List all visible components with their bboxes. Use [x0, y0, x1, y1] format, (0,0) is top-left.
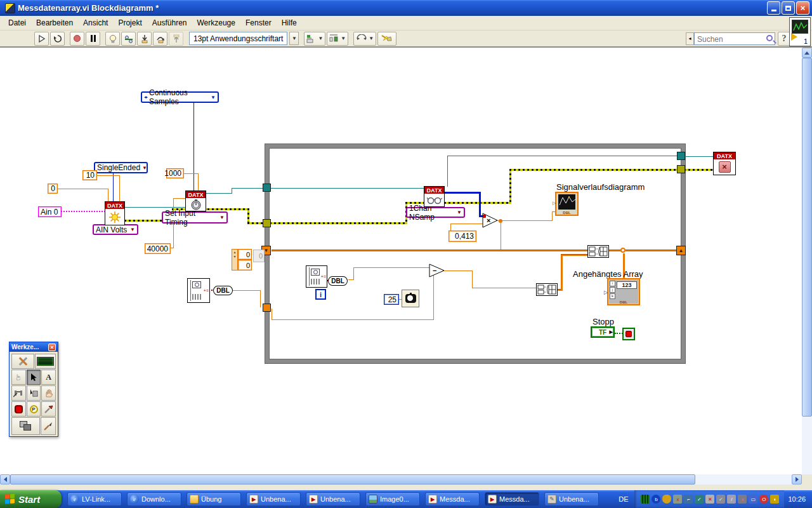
string-constant-ain0[interactable]: Ain 0	[38, 206, 62, 217]
loop-tunnel[interactable]	[677, 165, 685, 173]
distribute-objects-dropdown[interactable]: ▼	[327, 32, 348, 46]
tool-probe[interactable]: P	[27, 401, 41, 417]
datx-close-node[interactable]: DATX ×	[713, 152, 736, 175]
tray-security-shield-icon[interactable]	[662, 495, 671, 504]
constant-0[interactable]: 0	[48, 184, 58, 194]
scroll-left-button[interactable]	[0, 474, 10, 485]
taskbar-task-lvlink[interactable]: eLV-Link...	[67, 492, 122, 506]
menu-ansicht[interactable]: Ansicht	[79, 17, 112, 29]
dropdown-arrow-icon[interactable]: ▼	[142, 165, 147, 171]
vertical-scroll-thumb[interactable]	[802, 58, 812, 417]
cleanup-diagram-button[interactable]	[377, 32, 396, 46]
font-selector[interactable]: 13pt Anwendungsschriftart	[189, 32, 287, 45]
step-into-button[interactable]	[137, 32, 152, 46]
tool-object-menu[interactable]	[27, 385, 41, 401]
subtract-node[interactable]: −	[429, 264, 445, 277]
loop-tunnel[interactable]	[263, 184, 271, 192]
horizontal-scrollbar[interactable]	[0, 474, 802, 485]
tool-position-select[interactable]	[27, 370, 41, 385]
menu-projekt[interactable]: Projekt	[114, 17, 146, 29]
menu-fenster[interactable]: Fenster	[241, 17, 276, 29]
highlight-execution-button[interactable]	[105, 32, 120, 46]
run-button[interactable]	[34, 32, 49, 46]
constant-25[interactable]: 25	[384, 294, 399, 305]
step-over-button[interactable]	[153, 32, 167, 46]
constant-1000[interactable]: 1000	[166, 168, 184, 178]
tray-display-adapter-icon[interactable]: ▭	[749, 495, 757, 504]
datx-open-node[interactable]: DATX	[105, 201, 125, 225]
taskbar-task-messdaten2-active[interactable]: ▶Messda...	[485, 492, 539, 506]
loop-tunnel[interactable]	[263, 304, 271, 312]
enum-continuous-samples[interactable]: ◂▸ Continuous Samples ▼	[141, 91, 219, 103]
taskbar-task-uebung[interactable]: Übung	[187, 492, 241, 506]
menu-ausfuehren[interactable]: Ausführen	[148, 17, 192, 29]
loop-tunnel[interactable]	[677, 152, 685, 160]
to-dbl-conversion[interactable]: DBL	[213, 286, 233, 295]
horizontal-scroll-thumb[interactable]	[10, 474, 695, 485]
search-history-button[interactable]: ◂	[686, 32, 694, 45]
scroll-right-button[interactable]	[792, 474, 802, 485]
datx-read-node[interactable]: DATX	[424, 186, 445, 207]
taskbar-task-download[interactable]: eDownlo...	[127, 492, 181, 506]
restore-button[interactable]	[782, 1, 795, 15]
dropdown-arrow-icon[interactable]: ▼	[130, 227, 135, 232]
datx-timing-node[interactable]: DATX	[185, 190, 206, 211]
stop-label[interactable]: Stopp	[593, 317, 614, 326]
tool-automatic-selection[interactable]	[11, 354, 34, 369]
loop-condition-terminal[interactable]	[622, 328, 635, 340]
dropdown-arrow-icon[interactable]: ▼	[211, 95, 216, 100]
menu-hilfe[interactable]: Hilfe	[277, 17, 301, 29]
waveform-chart-terminal[interactable]: ▷ DBL	[555, 192, 579, 216]
align-objects-dropdown[interactable]: ▼	[304, 32, 325, 46]
block-diagram[interactable]: ▼ ▲ ◂▸ Continuous Samples ▼ SingleEnded …	[0, 48, 802, 474]
loop-tunnel[interactable]	[263, 219, 271, 227]
language-indicator[interactable]: DE	[612, 495, 634, 503]
tool-breakpoint[interactable]	[11, 401, 26, 417]
palette-close-button[interactable]: ×	[48, 344, 56, 351]
resize-objects-dropdown[interactable]: ▼	[353, 32, 376, 46]
dropdown-arrow-icon[interactable]: ▼	[457, 210, 462, 215]
run-continuously-button[interactable]	[50, 32, 65, 46]
tool-operate-value[interactable]: ☞	[11, 370, 26, 385]
tool-scroll[interactable]	[41, 385, 56, 401]
titlebar[interactable]: Messdatenarray.vi Blockdiagramm * ×	[0, 0, 812, 16]
taskbar-task-unbenannt1[interactable]: ▶Unbena...	[246, 492, 301, 506]
chart-label[interactable]: Signalverlaufsdiagramm	[556, 182, 645, 192]
build-array-node[interactable]	[536, 283, 558, 296]
taskbar-task-image[interactable]: Image0...	[365, 492, 420, 506]
ring-ain-volts[interactable]: AIN Volts ▼	[93, 224, 138, 235]
wait-ms-node[interactable]	[402, 290, 419, 307]
scroll-up-button[interactable]	[802, 48, 812, 58]
ring-1chan-nsamp[interactable]: 1Chan NSamp ▼	[406, 207, 465, 218]
taskbar-task-unbenannt3[interactable]: ✎Unbena...	[544, 492, 599, 506]
tool-get-color[interactable]	[41, 401, 56, 417]
constant-10[interactable]: 10	[82, 170, 97, 180]
search-input[interactable]	[695, 34, 775, 45]
tray-configuration-icon[interactable]: ⌐	[684, 495, 693, 504]
menu-werkzeuge[interactable]: Werkzeuge	[192, 17, 239, 29]
tray-network-ok-icon[interactable]: ✓	[695, 495, 704, 504]
enum-single-ended[interactable]: SingleEnded ▼	[94, 162, 148, 173]
vi-icon-thumbnail[interactable]: 1	[789, 17, 811, 46]
constant-40000[interactable]: 40000	[145, 243, 171, 254]
taskbar-task-messdaten1[interactable]: ▶Messda...	[425, 492, 480, 506]
get-datetime-node[interactable]: +=	[306, 265, 327, 288]
tool-connect-wire[interactable]	[11, 385, 26, 401]
enum-increment-icon[interactable]: ◂▸	[144, 95, 147, 100]
array-indicator-terminal[interactable]: ▷ i j k 123 DBL	[607, 278, 640, 305]
tray-volume-icon[interactable]: ◖	[770, 495, 779, 504]
taskbar-task-unbenannt2[interactable]: ▶Unbena...	[306, 492, 360, 506]
dropdown-arrow-icon[interactable]: ▼	[219, 215, 225, 220]
tray-bluetooth-icon[interactable]: b	[652, 495, 660, 504]
array-constant-element[interactable]: 0	[238, 260, 252, 271]
menu-datei[interactable]: Datei	[4, 17, 30, 29]
menu-bearbeiten[interactable]: Bearbeiten	[32, 17, 77, 29]
array-constant-element[interactable]: 0	[238, 249, 252, 260]
tool-auto-select-led[interactable]	[35, 354, 56, 369]
tray-wireless-error-icon[interactable]: x	[673, 495, 682, 504]
tray-audio-muted-icon[interactable]: x	[738, 495, 747, 504]
vertical-scrollbar[interactable]	[802, 48, 812, 485]
tools-palette-titlebar[interactable]: Werkze... ×	[10, 342, 58, 352]
shift-register-right[interactable]: ▲	[676, 246, 686, 255]
to-dbl-conversion[interactable]: DBL	[328, 276, 348, 286]
